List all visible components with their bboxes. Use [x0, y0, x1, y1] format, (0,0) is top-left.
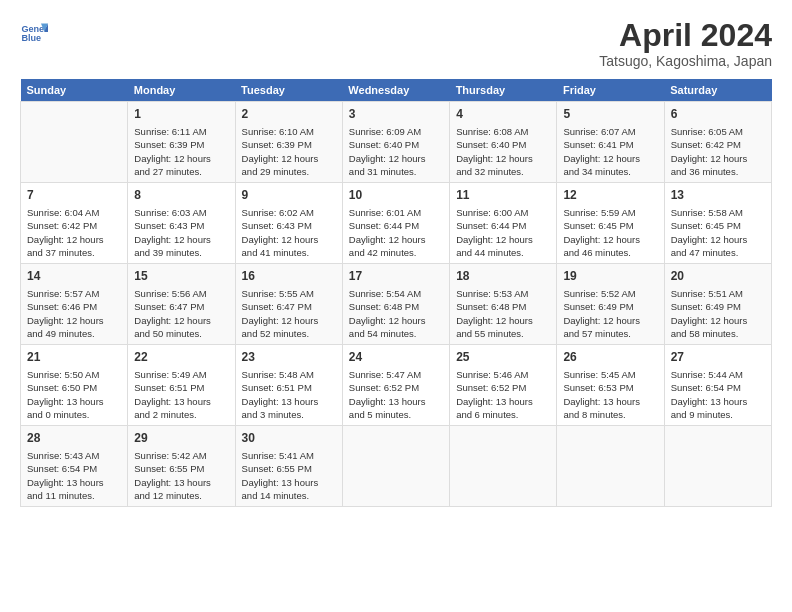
cell-info-line: Sunset: 6:49 PM — [671, 300, 765, 313]
day-number: 24 — [349, 349, 443, 366]
cell-info-line: and 31 minutes. — [349, 165, 443, 178]
header: General Blue April 2024 Tatsugo, Kagoshi… — [20, 18, 772, 69]
cell-info-line: Sunset: 6:55 PM — [242, 462, 336, 475]
day-number: 18 — [456, 268, 550, 285]
cell-info-line: and 52 minutes. — [242, 327, 336, 340]
cell-info-line: Daylight: 12 hours — [242, 152, 336, 165]
calendar-cell — [450, 426, 557, 507]
logo: General Blue — [20, 18, 48, 46]
cell-info-line: and 11 minutes. — [27, 489, 121, 502]
cell-info-line: Daylight: 13 hours — [27, 395, 121, 408]
cell-info-line: and 9 minutes. — [671, 408, 765, 421]
calendar-cell — [557, 426, 664, 507]
cell-info-line: Sunrise: 6:03 AM — [134, 206, 228, 219]
cell-info-line: Sunset: 6:48 PM — [456, 300, 550, 313]
cell-info-line: Daylight: 12 hours — [27, 314, 121, 327]
cell-info-line: and 44 minutes. — [456, 246, 550, 259]
day-number: 25 — [456, 349, 550, 366]
cell-info-line: Sunset: 6:42 PM — [671, 138, 765, 151]
week-row-3: 14Sunrise: 5:57 AMSunset: 6:46 PMDayligh… — [21, 264, 772, 345]
cell-info-line: Daylight: 12 hours — [563, 314, 657, 327]
calendar-cell: 3Sunrise: 6:09 AMSunset: 6:40 PMDaylight… — [342, 102, 449, 183]
cell-info-line: Daylight: 12 hours — [671, 233, 765, 246]
cell-info-line: Daylight: 12 hours — [456, 152, 550, 165]
cell-info-line: Sunset: 6:47 PM — [134, 300, 228, 313]
cell-info-line: and 14 minutes. — [242, 489, 336, 502]
cell-info-line: Daylight: 12 hours — [456, 233, 550, 246]
day-header-monday: Monday — [128, 79, 235, 102]
day-number: 8 — [134, 187, 228, 204]
cell-info-line: Sunset: 6:41 PM — [563, 138, 657, 151]
day-number: 21 — [27, 349, 121, 366]
cell-info-line: Sunset: 6:47 PM — [242, 300, 336, 313]
day-header-saturday: Saturday — [664, 79, 771, 102]
cell-info-line: Sunset: 6:48 PM — [349, 300, 443, 313]
day-number: 30 — [242, 430, 336, 447]
day-number: 3 — [349, 106, 443, 123]
cell-info-line: and 6 minutes. — [456, 408, 550, 421]
day-number: 15 — [134, 268, 228, 285]
cell-info-line: and 8 minutes. — [563, 408, 657, 421]
cell-info-line: Sunrise: 5:55 AM — [242, 287, 336, 300]
cell-info-line: and 32 minutes. — [456, 165, 550, 178]
calendar-cell: 18Sunrise: 5:53 AMSunset: 6:48 PMDayligh… — [450, 264, 557, 345]
day-number: 4 — [456, 106, 550, 123]
cell-info-line: and 39 minutes. — [134, 246, 228, 259]
cell-info-line: and 27 minutes. — [134, 165, 228, 178]
cell-info-line: Sunset: 6:46 PM — [27, 300, 121, 313]
cell-info-line: Sunrise: 5:45 AM — [563, 368, 657, 381]
cell-info-line: Daylight: 13 hours — [134, 395, 228, 408]
day-number: 20 — [671, 268, 765, 285]
cell-info-line: Sunrise: 5:44 AM — [671, 368, 765, 381]
cell-info-line: and 2 minutes. — [134, 408, 228, 421]
cell-info-line: Sunrise: 5:54 AM — [349, 287, 443, 300]
cell-info-line: Daylight: 12 hours — [134, 233, 228, 246]
cell-info-line: and 55 minutes. — [456, 327, 550, 340]
day-number: 26 — [563, 349, 657, 366]
calendar-cell: 21Sunrise: 5:50 AMSunset: 6:50 PMDayligh… — [21, 345, 128, 426]
cell-info-line: Sunset: 6:44 PM — [349, 219, 443, 232]
cell-info-line: Sunset: 6:52 PM — [456, 381, 550, 394]
cell-info-line: Sunrise: 6:11 AM — [134, 125, 228, 138]
cell-info-line: Daylight: 12 hours — [456, 314, 550, 327]
day-number: 22 — [134, 349, 228, 366]
cell-info-line: and 42 minutes. — [349, 246, 443, 259]
cell-info-line: Sunset: 6:54 PM — [671, 381, 765, 394]
calendar-cell: 22Sunrise: 5:49 AMSunset: 6:51 PMDayligh… — [128, 345, 235, 426]
cell-info-line: Sunrise: 5:59 AM — [563, 206, 657, 219]
cell-info-line: and 46 minutes. — [563, 246, 657, 259]
cell-info-line: Daylight: 13 hours — [134, 476, 228, 489]
calendar-cell: 12Sunrise: 5:59 AMSunset: 6:45 PMDayligh… — [557, 183, 664, 264]
calendar-cell: 16Sunrise: 5:55 AMSunset: 6:47 PMDayligh… — [235, 264, 342, 345]
cell-info-line: Sunrise: 5:50 AM — [27, 368, 121, 381]
cell-info-line: and 12 minutes. — [134, 489, 228, 502]
cell-info-line: Daylight: 12 hours — [349, 152, 443, 165]
day-number: 12 — [563, 187, 657, 204]
day-number: 1 — [134, 106, 228, 123]
cell-info-line: Sunrise: 6:00 AM — [456, 206, 550, 219]
cell-info-line: Sunrise: 5:48 AM — [242, 368, 336, 381]
cell-info-line: Daylight: 12 hours — [349, 233, 443, 246]
cell-info-line: Sunset: 6:50 PM — [27, 381, 121, 394]
day-header-sunday: Sunday — [21, 79, 128, 102]
day-number: 19 — [563, 268, 657, 285]
day-number: 10 — [349, 187, 443, 204]
cell-info-line: Sunset: 6:43 PM — [242, 219, 336, 232]
calendar-cell: 24Sunrise: 5:47 AMSunset: 6:52 PMDayligh… — [342, 345, 449, 426]
cell-info-line: Sunset: 6:51 PM — [134, 381, 228, 394]
cell-info-line: Sunset: 6:45 PM — [563, 219, 657, 232]
cell-info-line: Daylight: 12 hours — [563, 233, 657, 246]
cell-info-line: Daylight: 13 hours — [27, 476, 121, 489]
cell-info-line: and 37 minutes. — [27, 246, 121, 259]
cell-info-line: Daylight: 12 hours — [671, 152, 765, 165]
calendar-cell: 5Sunrise: 6:07 AMSunset: 6:41 PMDaylight… — [557, 102, 664, 183]
cell-info-line: Sunset: 6:43 PM — [134, 219, 228, 232]
calendar-cell: 1Sunrise: 6:11 AMSunset: 6:39 PMDaylight… — [128, 102, 235, 183]
day-number: 27 — [671, 349, 765, 366]
cell-info-line: Sunrise: 5:43 AM — [27, 449, 121, 462]
week-row-5: 28Sunrise: 5:43 AMSunset: 6:54 PMDayligh… — [21, 426, 772, 507]
cell-info-line: Sunrise: 5:42 AM — [134, 449, 228, 462]
day-number: 2 — [242, 106, 336, 123]
calendar-cell: 28Sunrise: 5:43 AMSunset: 6:54 PMDayligh… — [21, 426, 128, 507]
calendar-cell: 23Sunrise: 5:48 AMSunset: 6:51 PMDayligh… — [235, 345, 342, 426]
